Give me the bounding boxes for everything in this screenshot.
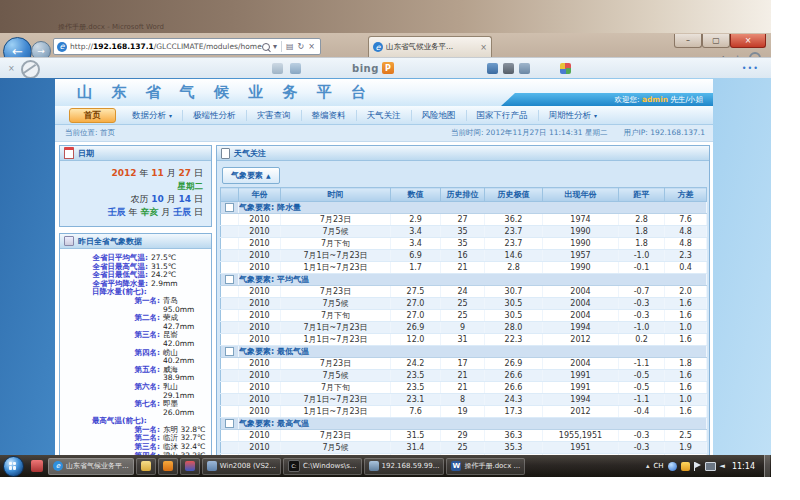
minimize-button[interactable]: – bbox=[674, 34, 702, 48]
table-header-row: 年份时间数值历史排位历史极值出现年份距平方差 bbox=[221, 188, 707, 202]
update-icon[interactable] bbox=[681, 462, 690, 471]
language-indicator[interactable]: CH bbox=[653, 462, 663, 470]
nav-item-5[interactable]: 天气关注 bbox=[356, 110, 411, 121]
taskbar-button-win[interactable]: Win2008 (VS2... bbox=[202, 458, 281, 475]
table-cell: 6.9 bbox=[391, 250, 441, 262]
taskbar-button-ie[interactable]: e山东省气候业务平... bbox=[48, 458, 134, 475]
show-desktop-button[interactable] bbox=[764, 455, 770, 477]
close-button[interactable]: × bbox=[730, 34, 766, 48]
table-cell: 2004 bbox=[543, 286, 619, 298]
table-cell: 1.8 bbox=[619, 226, 665, 238]
table-cell: 26.6 bbox=[485, 370, 543, 382]
table-cell: 1.9 bbox=[665, 442, 707, 454]
card-icon[interactable] bbox=[290, 63, 301, 74]
bing-box-icon[interactable]: P bbox=[382, 62, 394, 74]
row-select-cell bbox=[221, 430, 239, 442]
section-checkbox[interactable] bbox=[225, 419, 234, 428]
row-select-cell bbox=[221, 382, 239, 394]
row-select-cell bbox=[221, 322, 239, 334]
chevron-down-icon: ▾ bbox=[594, 112, 597, 119]
table-cell: 3.4 bbox=[391, 238, 441, 250]
start-button[interactable] bbox=[3, 456, 24, 477]
section-checkbox[interactable] bbox=[225, 203, 234, 212]
maximize-button[interactable]: ▢ bbox=[702, 34, 730, 48]
page-body: 日期 2012 年 11 月 27 日 星期二 农历 10 月 14 日 壬辰 … bbox=[55, 142, 713, 455]
table-cell: 27.5 bbox=[391, 286, 441, 298]
table-cell: 24.2 bbox=[391, 358, 441, 370]
nav-item-8[interactable]: 周期性分析▾ bbox=[538, 110, 608, 121]
nav-item-4[interactable]: 整编资料 bbox=[301, 110, 356, 121]
table-cell: 25 bbox=[441, 298, 485, 310]
overflow-dots[interactable]: ••• bbox=[742, 64, 759, 73]
nav-item-3[interactable]: 灾害查询 bbox=[246, 110, 301, 121]
section-checkbox[interactable] bbox=[225, 275, 234, 284]
taskbar-button-folder[interactable] bbox=[136, 458, 156, 475]
network-icon[interactable] bbox=[705, 462, 716, 471]
section-header-row: 气象要素: 平均气温 bbox=[221, 274, 707, 286]
bing-bar[interactable]: bing P bbox=[352, 62, 394, 74]
table-cell: 2010 bbox=[239, 382, 281, 394]
ie-icon: e bbox=[53, 461, 63, 471]
taskbar-button-cmd[interactable]: C:C:\Windows\s... bbox=[283, 458, 362, 475]
table-cell: 1.6 bbox=[665, 298, 707, 310]
browser-tab[interactable]: e 山东省气候业务平... × bbox=[368, 36, 492, 57]
disabled-addon-icon[interactable] bbox=[21, 60, 40, 79]
system-tray: ▴ CH ◄ 11:14 bbox=[646, 455, 771, 477]
taskbar-button-red[interactable] bbox=[180, 458, 200, 475]
nav-item-0[interactable]: 首页 bbox=[69, 108, 116, 123]
nav-item-1[interactable]: 数据分析▾ bbox=[122, 110, 182, 121]
search-icon[interactable] bbox=[262, 43, 270, 51]
rank-row: 第二名:荣成 42.7mm bbox=[62, 314, 206, 331]
stat-value: 2.9mm bbox=[151, 280, 178, 289]
rank-label: 第五名: bbox=[62, 366, 160, 383]
stop-icon[interactable]: × bbox=[308, 42, 315, 51]
table-cell: -0.5 bbox=[619, 370, 665, 382]
table-cell: 7.6 bbox=[391, 406, 441, 418]
grid-logo-icon[interactable] bbox=[560, 63, 571, 74]
action-center-flag-icon[interactable] bbox=[694, 462, 701, 471]
taskbar-button-label: 操作手册.docx ... bbox=[464, 461, 520, 471]
table-cell: 2010 bbox=[239, 334, 281, 346]
taskbar-button-orange[interactable] bbox=[158, 458, 178, 475]
bing-logo[interactable]: bing bbox=[352, 63, 379, 74]
url-text[interactable]: http://192.168.137.1/GLCCLIMATE/modules/… bbox=[70, 42, 262, 51]
taskbar-clock[interactable]: 11:14 bbox=[732, 462, 755, 471]
tab-close-icon[interactable]: × bbox=[480, 43, 487, 52]
ime-icon[interactable] bbox=[668, 462, 677, 471]
toolbar-close-icon[interactable]: × bbox=[8, 64, 15, 73]
section-checkbox-cell bbox=[221, 418, 239, 430]
welcome-ribbon: 欢迎您: admin 先生/小姐 bbox=[501, 93, 713, 106]
nav-item-2[interactable]: 极端性分析 bbox=[182, 110, 246, 121]
search-dropdown-caret[interactable]: ▾ bbox=[273, 42, 277, 51]
table-row: 20101月1日~7月23日12.03122.320120.21.6 bbox=[221, 334, 707, 346]
compatibility-view-icon[interactable]: ▤ bbox=[286, 42, 294, 51]
address-bar[interactable]: e http://192.168.137.1/GLCCLIMATE/module… bbox=[53, 38, 321, 55]
taskbar-button-remote[interactable]: 192.168.59.99... bbox=[364, 458, 445, 475]
pinned-app-icon[interactable] bbox=[31, 460, 43, 472]
volume-icon[interactable]: ◄ bbox=[720, 462, 725, 470]
taskbar-button-label: 山东省气候业务平... bbox=[66, 461, 129, 471]
chevron-up-icon: ▲ bbox=[266, 172, 271, 179]
nav-item-label: 天气关注 bbox=[367, 110, 401, 120]
mail-icon[interactable] bbox=[272, 63, 283, 74]
hidden-icons-chevron[interactable]: ▴ bbox=[646, 462, 650, 470]
element-filter-button[interactable]: 气象要素 ▲ bbox=[222, 167, 280, 184]
row-select-cell bbox=[221, 394, 239, 406]
table-cell: 2010 bbox=[239, 310, 281, 322]
camera-icon[interactable] bbox=[487, 63, 498, 74]
table-cell: 1955,1951 bbox=[543, 430, 619, 442]
nav-item-label: 首页 bbox=[84, 110, 101, 120]
nav-item-label: 国家下行产品 bbox=[477, 110, 528, 120]
table-cell: 1.0 bbox=[665, 394, 707, 406]
addon-icon[interactable] bbox=[503, 63, 514, 74]
section-checkbox[interactable] bbox=[225, 347, 234, 356]
table-cell: 2010 bbox=[239, 322, 281, 334]
compass-icon[interactable] bbox=[519, 63, 530, 74]
table-cell: -0.3 bbox=[619, 310, 665, 322]
table-cell: -1.1 bbox=[619, 358, 665, 370]
taskbar-button-word[interactable]: W操作手册.docx ... bbox=[446, 458, 525, 475]
lunar-date: 农历 10 月 14 日 bbox=[68, 193, 203, 206]
nav-item-7[interactable]: 国家下行产品 bbox=[466, 110, 538, 121]
refresh-icon[interactable]: ↻ bbox=[298, 42, 305, 51]
nav-item-6[interactable]: 风险地图 bbox=[411, 110, 466, 121]
